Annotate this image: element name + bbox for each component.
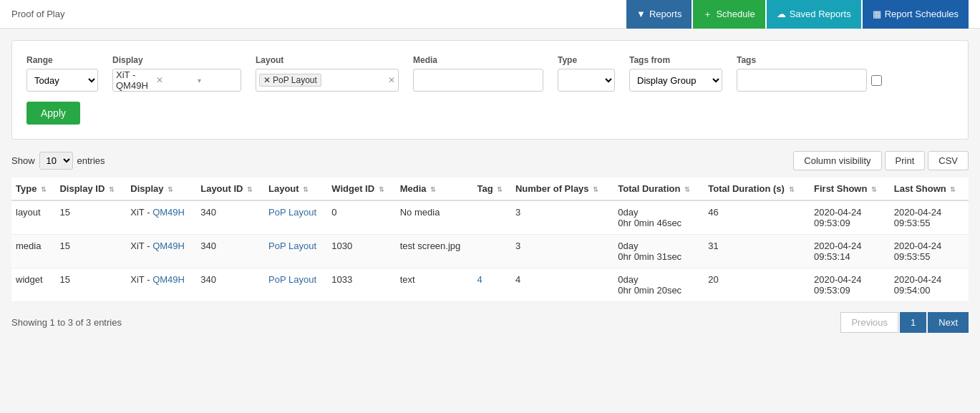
tags-from-select[interactable]: Display Group xyxy=(629,69,722,92)
tags-from-group: Tags from Display Group xyxy=(629,55,722,92)
type-select[interactable] xyxy=(558,69,615,92)
display-link[interactable]: QM49H xyxy=(152,274,185,285)
col-tag[interactable]: Tag ⇅ xyxy=(473,178,511,200)
reports-button[interactable]: ▼ Reports xyxy=(626,0,692,29)
filter-row: Range Today Display XiT - QM49H ✕ ▾ Layo… xyxy=(26,55,954,92)
cell-last-shown: 2020-04-2409:53:55 xyxy=(890,200,969,235)
tags-checkbox[interactable] xyxy=(871,75,882,86)
col-layout-id[interactable]: Layout ID ⇅ xyxy=(196,178,264,200)
pagination-buttons: Previous 1 Next xyxy=(840,312,969,333)
cell-tag xyxy=(473,235,511,268)
layout-label: Layout xyxy=(256,55,399,65)
cell-type: layout xyxy=(11,200,55,235)
tags-group: Tags xyxy=(737,55,882,92)
sort-icon-layout: ⇅ xyxy=(303,186,309,193)
col-display-id[interactable]: Display ID ⇅ xyxy=(55,178,126,200)
type-group: Type xyxy=(558,55,615,92)
layout-tag-x[interactable]: ✕ xyxy=(263,75,271,85)
table-row: media 15 XiT - QM49H 340 PoP Layout 1030… xyxy=(11,235,969,268)
data-table: Type ⇅ Display ID ⇅ Display ⇅ Layout ID … xyxy=(11,178,969,302)
layout-group: Layout ✕ PoP Layout ✕ xyxy=(256,55,399,92)
layout-link[interactable]: PoP Layout xyxy=(268,274,316,285)
sort-icon-tag: ⇅ xyxy=(497,186,503,193)
col-media[interactable]: Media ⇅ xyxy=(396,178,473,200)
display-value: XiT - QM49H xyxy=(116,69,154,91)
col-widget-id[interactable]: Widget ID ⇅ xyxy=(327,178,395,200)
range-select[interactable]: Today xyxy=(26,69,98,92)
cell-widget-id: 1030 xyxy=(327,235,395,268)
cell-display-id: 15 xyxy=(55,268,126,302)
display-link[interactable]: QM49H xyxy=(152,240,185,251)
cell-display: XiT - QM49H xyxy=(126,235,196,268)
display-input-wrapper[interactable]: XiT - QM49H ✕ ▾ xyxy=(112,69,241,92)
cell-layout: PoP Layout xyxy=(264,235,327,268)
display-dropdown-button[interactable]: ▾ xyxy=(195,77,238,84)
display-clear-button[interactable]: ✕ xyxy=(154,75,196,85)
cell-layout: PoP Layout xyxy=(264,200,327,235)
display-link[interactable]: QM49H xyxy=(152,207,185,218)
sort-icon-layout-id: ⇅ xyxy=(247,186,253,193)
sort-icon-duration-s: ⇅ xyxy=(789,186,795,193)
print-button[interactable]: Print xyxy=(885,151,926,170)
tags-input-group xyxy=(737,69,882,92)
reports-icon: ▼ xyxy=(636,9,646,19)
type-label: Type xyxy=(558,55,615,65)
cell-plays: 3 xyxy=(511,200,613,235)
saved-reports-button[interactable]: ☁ Saved Reports xyxy=(767,0,861,29)
show-entries: Show 10 entries xyxy=(11,152,105,170)
cell-display: XiT - QM49H xyxy=(126,268,196,302)
tag-link[interactable]: 4 xyxy=(477,274,482,285)
cell-media: No media xyxy=(396,200,473,235)
sort-icon-type: ⇅ xyxy=(41,186,47,193)
col-first-shown[interactable]: First Shown ⇅ xyxy=(810,178,890,200)
display-group: Display XiT - QM49H ✕ ▾ xyxy=(112,55,241,92)
previous-button[interactable]: Previous xyxy=(840,312,898,333)
col-display[interactable]: Display ⇅ xyxy=(126,178,196,200)
layout-input-wrapper[interactable]: ✕ PoP Layout ✕ xyxy=(256,69,399,92)
cell-layout-id: 340 xyxy=(196,200,264,235)
entries-label: entries xyxy=(77,155,105,166)
column-visibility-button[interactable]: Column visibility xyxy=(793,151,881,170)
header-buttons: ▼ Reports ＋ Schedule ☁ Saved Reports ▦ R… xyxy=(626,0,969,29)
show-entries-select[interactable]: 10 xyxy=(39,152,73,170)
col-last-shown[interactable]: Last Shown ⇅ xyxy=(890,178,969,200)
pagination-row: Showing 1 to 3 of 3 entries Previous 1 N… xyxy=(11,312,969,333)
cell-plays: 4 xyxy=(511,268,613,302)
col-layout[interactable]: Layout ⇅ xyxy=(264,178,327,200)
cloud-icon: ☁ xyxy=(777,9,786,19)
col-number-of-plays[interactable]: Number of Plays ⇅ xyxy=(511,178,613,200)
layout-link[interactable]: PoP Layout xyxy=(268,240,316,251)
show-label: Show xyxy=(11,155,35,166)
sort-icon-display-id: ⇅ xyxy=(109,186,115,193)
col-type[interactable]: Type ⇅ xyxy=(11,178,55,200)
apply-button[interactable]: Apply xyxy=(26,102,80,125)
schedule-button[interactable]: ＋ Schedule xyxy=(693,0,765,29)
table-row: widget 15 XiT - QM49H 340 PoP Layout 103… xyxy=(11,268,969,302)
filter-panel: Range Today Display XiT - QM49H ✕ ▾ Layo… xyxy=(11,40,969,140)
report-schedules-button[interactable]: ▦ Report Schedules xyxy=(863,0,969,29)
next-button[interactable]: Next xyxy=(928,312,969,333)
table-section: Show 10 entries Column visibility Print … xyxy=(11,151,969,333)
page-1-button[interactable]: 1 xyxy=(900,312,926,333)
media-input[interactable] xyxy=(413,69,543,92)
sort-icon-display: ⇅ xyxy=(168,186,173,193)
col-total-duration-s[interactable]: Total Duration (s) ⇅ xyxy=(704,178,810,200)
media-group: Media xyxy=(413,55,543,92)
tags-label: Tags xyxy=(737,55,882,65)
col-total-duration[interactable]: Total Duration ⇅ xyxy=(613,178,704,200)
tags-input[interactable] xyxy=(737,69,867,92)
cell-media: text xyxy=(396,268,473,302)
csv-button[interactable]: CSV xyxy=(928,151,969,170)
cell-layout-id: 340 xyxy=(196,268,264,302)
cell-layout-id: 340 xyxy=(196,235,264,268)
pagination-info: Showing 1 to 3 of 3 entries xyxy=(11,317,122,328)
table-body: layout 15 XiT - QM49H 340 PoP Layout 0 N… xyxy=(11,200,969,302)
range-group: Range Today xyxy=(26,55,98,92)
cell-tag xyxy=(473,200,511,235)
cell-last-shown: 2020-04-2409:54:00 xyxy=(890,268,969,302)
layout-link[interactable]: PoP Layout xyxy=(268,207,316,218)
layout-clear-button[interactable]: ✕ xyxy=(388,75,395,85)
sort-icon-media: ⇅ xyxy=(430,186,436,193)
cell-type: widget xyxy=(11,268,55,302)
table-controls: Show 10 entries Column visibility Print … xyxy=(11,151,969,170)
